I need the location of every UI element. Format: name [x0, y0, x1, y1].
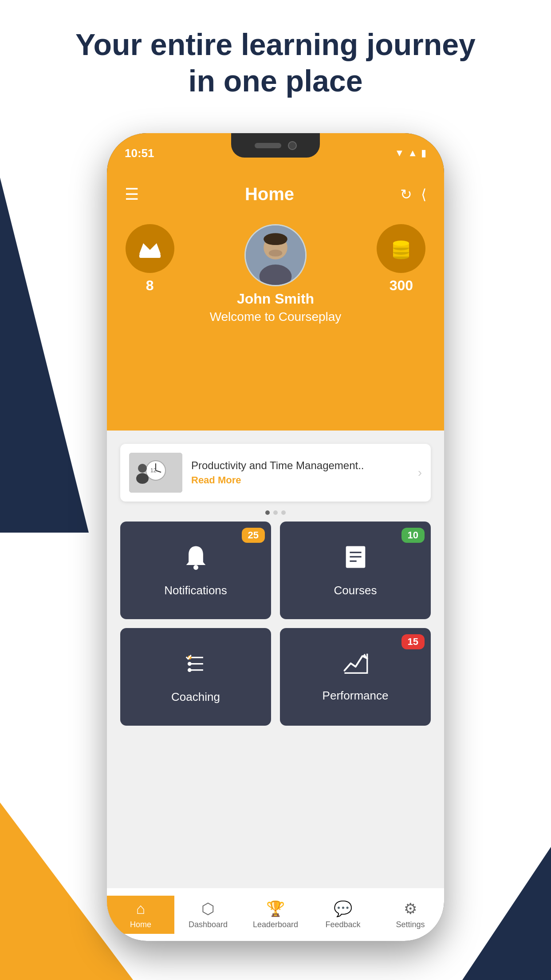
course-info: Productivity and Time Management.. Read …	[191, 459, 409, 486]
notch	[231, 133, 320, 158]
coins-badge: 300	[377, 224, 425, 294]
course-title: Productivity and Time Management..	[191, 459, 409, 472]
status-time: 10:51	[125, 146, 154, 160]
svg-point-5	[264, 237, 287, 245]
app-header: ☰ Home ↻ ⟨	[107, 173, 444, 431]
nav-home-label: Home	[130, 920, 151, 929]
wifi-icon: ▼	[394, 147, 404, 159]
bell-icon	[184, 544, 208, 577]
app-bar: ☰ Home ↻ ⟨	[107, 173, 444, 215]
status-bar: 10:51 ▼ ▲ ▮	[107, 133, 444, 173]
app-bar-actions: ↻ ⟨	[400, 186, 426, 203]
nav-leaderboard-label: Leaderboard	[253, 920, 298, 929]
nav-settings-label: Settings	[396, 920, 425, 929]
svg-point-7	[269, 250, 283, 257]
dot-2	[273, 510, 278, 515]
welcome-text: Welcome to Courseplay	[210, 310, 342, 324]
bg-decoration-left	[0, 178, 89, 533]
dot-1	[265, 510, 270, 515]
trophy-icon: 🏆	[266, 900, 285, 917]
notch-camera	[288, 141, 297, 150]
status-icons: ▼ ▲ ▮	[394, 147, 426, 159]
svg-point-20	[138, 464, 147, 473]
coins-count: 300	[390, 277, 413, 294]
course-card[interactable]: 12 Productivity and Time Management.. Re…	[120, 444, 431, 502]
performance-icon	[342, 651, 369, 682]
rank-icon	[126, 224, 174, 273]
menu-button[interactable]: ☰	[125, 186, 139, 202]
signal-icon: ▲	[408, 147, 417, 159]
settings-icon: ⚙	[404, 900, 417, 917]
chat-icon: 💬	[334, 900, 352, 917]
profile-center: John Smith Welcome to Courseplay	[210, 224, 342, 324]
notch-pill	[255, 143, 281, 148]
courses-label: Courses	[334, 584, 377, 597]
nav-dashboard[interactable]: ⬡ Dashboard	[174, 900, 242, 929]
nav-home[interactable]: ⌂ Home	[107, 896, 174, 934]
bottom-nav: ⌂ Home ⬡ Dashboard 🏆 Leaderboard 💬 Feedb…	[107, 888, 444, 941]
headline: Your entire learning journey in one plac…	[0, 27, 551, 99]
coaching-icon	[184, 650, 208, 683]
battery-icon: ▮	[421, 147, 426, 159]
home-icon: ⌂	[136, 900, 146, 917]
courses-badge: 10	[401, 528, 425, 543]
app-title: Home	[245, 184, 294, 204]
svg-point-21	[136, 473, 149, 484]
user-name: John Smith	[237, 291, 314, 307]
tiles-grid: 25 Notifications 10	[107, 522, 444, 726]
svg-point-30	[187, 662, 191, 666]
share-button[interactable]: ⟨	[421, 186, 426, 203]
performance-label: Performance	[323, 689, 389, 703]
nav-leaderboard[interactable]: 🏆 Leaderboard	[242, 900, 309, 929]
svg-point-14	[393, 241, 409, 246]
card-dots	[107, 510, 444, 515]
dashboard-icon: ⬡	[201, 900, 215, 917]
rank-badge: 8	[126, 224, 174, 294]
course-arrow-icon: ›	[418, 466, 422, 480]
nav-feedback[interactable]: 💬 Feedback	[309, 900, 377, 929]
nav-dashboard-label: Dashboard	[189, 920, 228, 929]
courses-tile[interactable]: 10 Courses	[280, 522, 431, 619]
notifications-badge: 25	[242, 528, 265, 543]
svg-point-32	[187, 668, 191, 672]
course-thumb-inner: 12	[129, 453, 182, 493]
performance-tile[interactable]: 15 Performance	[280, 628, 431, 726]
coaching-tile[interactable]: Coaching	[120, 628, 271, 726]
svg-point-22	[193, 565, 198, 570]
notifications-tile[interactable]: 25 Notifications	[120, 522, 271, 619]
avatar	[244, 224, 307, 286]
course-thumbnail: 12	[129, 453, 182, 493]
coaching-label: Coaching	[171, 690, 220, 704]
read-more-link[interactable]: Read More	[191, 474, 409, 486]
rank-number: 8	[146, 277, 154, 294]
svg-rect-1	[139, 254, 161, 258]
dot-3	[281, 510, 286, 515]
nav-settings[interactable]: ⚙ Settings	[377, 900, 444, 929]
notifications-label: Notifications	[164, 584, 227, 597]
svg-marker-0	[139, 243, 161, 254]
profile-section: 8	[107, 215, 444, 333]
bg-decoration-bottom-right	[462, 847, 551, 980]
coins-icon	[377, 224, 425, 273]
phone-content: 12 Productivity and Time Management.. Re…	[107, 431, 444, 888]
phone-mockup: 10:51 ▼ ▲ ▮ ☰ Home ↻ ⟨	[107, 133, 444, 941]
courses-icon	[343, 544, 368, 577]
nav-feedback-label: Feedback	[325, 920, 360, 929]
refresh-button[interactable]: ↻	[400, 186, 412, 203]
performance-badge: 15	[401, 634, 425, 649]
